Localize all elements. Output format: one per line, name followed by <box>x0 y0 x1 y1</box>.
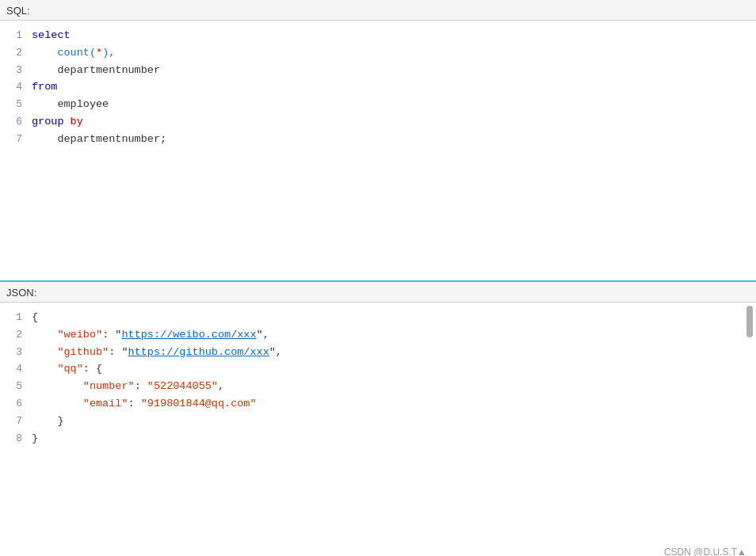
line-content-1: select <box>32 27 756 44</box>
json-line-num-6: 6 <box>0 396 32 413</box>
sql-line-7: 7 departmentnumber; <box>0 131 756 148</box>
line-content-3: departmentnumber <box>32 62 756 79</box>
line-content-2: count(*), <box>32 44 756 62</box>
json-content-8: } <box>32 430 756 447</box>
line-content-5: employee <box>32 96 756 113</box>
json-content-7: } <box>32 413 756 430</box>
line-num-1: 1 <box>0 28 32 44</box>
json-content-5: "number": "522044055", <box>32 378 756 395</box>
line-content-6: group by <box>32 113 756 131</box>
json-line-num-4: 4 <box>0 361 32 378</box>
watermark: CSDN @D.U.S.T▲ <box>664 546 746 556</box>
json-content-2: "weibo": "https://weibo.com/xxx", <box>32 326 756 344</box>
line-num-5: 5 <box>0 97 32 113</box>
line-content-4: from <box>32 78 756 96</box>
json-line-num-2: 2 <box>0 327 32 344</box>
json-content-6: "email": "919801844@qq.com" <box>32 395 756 413</box>
json-line-3: 3 "github": "https://github.com/xxx", <box>0 344 756 361</box>
json-line-num-3: 3 <box>0 345 32 361</box>
json-line-num-7: 7 <box>0 413 32 430</box>
sql-label: SQL: <box>0 0 756 21</box>
json-line-2: 2 "weibo": "https://weibo.com/xxx", <box>0 326 756 344</box>
json-content-4: "qq": { <box>32 360 756 378</box>
sql-line-3: 3 departmentnumber <box>0 62 756 79</box>
json-code-block: 1 { 2 "weibo": "https://weibo.com/xxx", … <box>0 303 756 556</box>
json-line-8: 8 } <box>0 430 756 447</box>
weibo-link[interactable]: https://weibo.com/xxx <box>121 329 256 341</box>
json-line-num-1: 1 <box>0 310 32 326</box>
json-label: JSON: <box>0 282 756 303</box>
sql-line-5: 5 employee <box>0 96 756 113</box>
line-num-6: 6 <box>0 114 32 131</box>
line-num-7: 7 <box>0 131 32 148</box>
json-content-3: "github": "https://github.com/xxx", <box>32 344 756 361</box>
sql-line-1: 1 select <box>0 27 756 44</box>
json-line-7: 7 } <box>0 413 756 430</box>
line-content-7: departmentnumber; <box>32 131 756 148</box>
line-num-2: 2 <box>0 45 32 62</box>
json-line-6: 6 "email": "919801844@qq.com" <box>0 395 756 413</box>
json-line-num-5: 5 <box>0 379 32 395</box>
scrollbar[interactable] <box>746 306 753 337</box>
json-content-1: { <box>32 309 756 326</box>
json-line-4: 4 "qq": { <box>0 360 756 378</box>
line-num-3: 3 <box>0 63 32 79</box>
json-line-1: 1 { <box>0 309 756 326</box>
sql-line-2: 2 count(*), <box>0 44 756 62</box>
line-num-4: 4 <box>0 79 32 96</box>
sql-line-6: 6 group by <box>0 113 756 131</box>
sql-code-block: 1 select 2 count(*), 3 departmentnumber … <box>0 21 756 282</box>
json-line-num-8: 8 <box>0 431 32 447</box>
sql-line-4: 4 from <box>0 78 756 96</box>
github-link[interactable]: https://github.com/xxx <box>128 346 269 358</box>
json-line-5: 5 "number": "522044055", <box>0 378 756 395</box>
